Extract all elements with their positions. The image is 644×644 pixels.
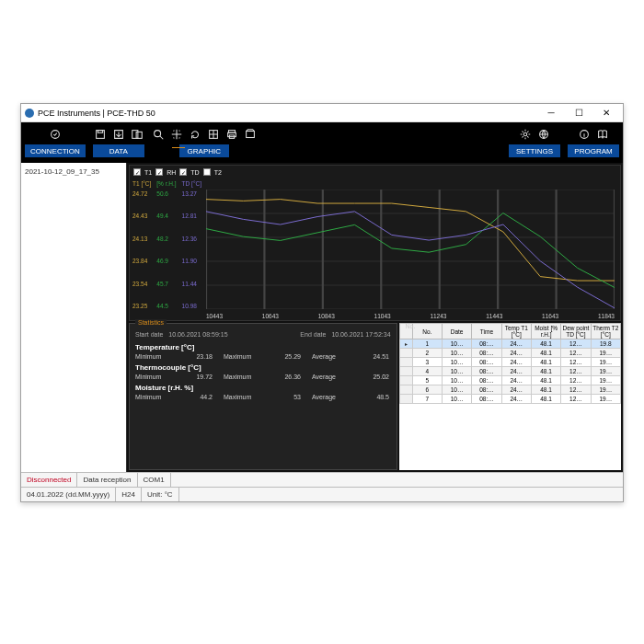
- data-table[interactable]: No.DateTimeTemp T1 [°C]Moist [% r.H.]Dew…: [399, 323, 621, 470]
- sidebar[interactable]: 2021-10-12_09_17_35: [21, 163, 127, 472]
- pan-icon[interactable]: [170, 128, 183, 141]
- export-icon[interactable]: [131, 128, 144, 141]
- channel-bar: ✓T1 ✓RH ✓TD T2: [130, 166, 620, 178]
- app-window: PCE Instruments | PCE-THD 50 ─ ☐ ✕ CONNE…: [20, 103, 624, 502]
- book-icon[interactable]: [596, 128, 609, 141]
- connect-icon: [49, 128, 62, 141]
- y-axis-t1: T1 [°C]24.7224.4324.1323.8423.5423.25: [130, 178, 154, 320]
- print-icon[interactable]: [225, 128, 238, 141]
- globe-icon[interactable]: [537, 128, 550, 141]
- info-icon[interactable]: [578, 128, 591, 141]
- status-com: COM1: [138, 473, 171, 487]
- svg-point-11: [523, 132, 527, 136]
- x-axis: 1044310643108431104311243114431164311843: [206, 313, 615, 319]
- footer-date: 04.01.2022 (dd.MM.yyyy): [21, 488, 116, 501]
- footer-h24: H24: [116, 488, 142, 501]
- tb-connection[interactable]: CONNECTION: [21, 122, 89, 163]
- minimize-button[interactable]: ─: [538, 106, 564, 121]
- toolbar: CONNECTION DATA GRAPHIC: [21, 122, 623, 163]
- statistics-panel: Statistics Start date 10.06.2021 08:59:1…: [129, 323, 397, 470]
- y-axis-rh: [% r.H.]50.649.448.246.945.744.5: [154, 178, 178, 320]
- refresh-icon[interactable]: [189, 128, 201, 141]
- maximize-button[interactable]: ☐: [566, 106, 592, 121]
- save-icon[interactable]: [94, 128, 107, 141]
- checkbox-t1[interactable]: ✓: [133, 168, 141, 176]
- tb-program[interactable]: PROGRAM: [564, 122, 623, 163]
- svg-rect-2: [98, 131, 102, 133]
- grid-icon[interactable]: [207, 128, 220, 141]
- chart-panel: ✓T1 ✓RH ✓TD T2 T1 [°C]24.7224.4324.1323.…: [129, 165, 621, 321]
- close-button[interactable]: ✕: [593, 106, 619, 121]
- tb-graphic[interactable]: GRAPHIC: [148, 122, 260, 163]
- tb-settings[interactable]: SETTINGS: [505, 122, 564, 163]
- capture-icon[interactable]: [244, 128, 257, 141]
- status-bar: Disconnected Data reception COM1: [21, 472, 623, 487]
- svg-point-5: [154, 131, 160, 137]
- titlebar[interactable]: PCE Instruments | PCE-THD 50 ─ ☐ ✕: [21, 104, 623, 122]
- footer-unit: Unit: °C: [142, 488, 179, 501]
- gear-icon[interactable]: [519, 128, 532, 141]
- sidebar-item[interactable]: 2021-10-12_09_17_35: [23, 167, 124, 177]
- footer-bar: 04.01.2022 (dd.MM.yyyy) H24 Unit: °C: [21, 487, 623, 501]
- status-reception: Data reception: [77, 473, 137, 487]
- checkbox-t2[interactable]: [203, 168, 211, 176]
- checkbox-rh[interactable]: ✓: [155, 168, 163, 176]
- app-icon: [25, 109, 34, 118]
- tb-data[interactable]: DATA: [89, 122, 148, 163]
- import-icon[interactable]: [112, 128, 125, 141]
- window-title: PCE Instruments | PCE-THD 50: [38, 109, 155, 118]
- svg-rect-4: [136, 132, 142, 138]
- zoom-icon[interactable]: [152, 128, 165, 141]
- svg-rect-10: [246, 132, 254, 138]
- status-disconnected: Disconnected: [21, 473, 77, 487]
- checkbox-td[interactable]: ✓: [179, 168, 187, 176]
- y-axis-td: TD [°C]13.2712.8112.3611.9011.4410.98: [179, 178, 204, 320]
- chart-plot[interactable]: 1044310643108431104311243114431164311843…: [206, 190, 615, 309]
